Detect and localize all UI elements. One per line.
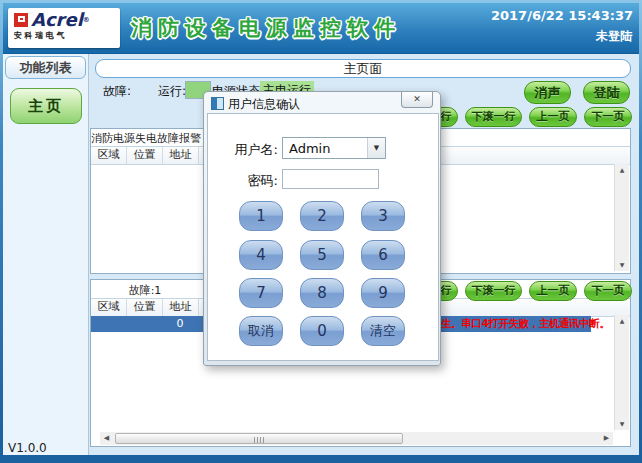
- next-page-button-bottom[interactable]: 下一页: [584, 281, 632, 301]
- key-9[interactable]: 9: [361, 278, 405, 308]
- mute-button[interactable]: 消声: [524, 81, 571, 104]
- scroll-left-arrow-icon[interactable]: ◀: [100, 432, 113, 445]
- app-title: 消防设备电源监控软件: [131, 14, 401, 42]
- key-7[interactable]: 7: [239, 278, 283, 308]
- login-dialog: 用户信息确认 ✕ 用户名: Admin ▼ 密码: 1 2 3 4 5 6 7 …: [203, 91, 441, 366]
- login-status-label: 未登陆: [596, 28, 632, 45]
- close-icon[interactable]: ✕: [401, 92, 433, 108]
- table1-title: 消防电源失电故障报警: [91, 131, 199, 146]
- clear-button[interactable]: 清空: [361, 316, 405, 346]
- fault-count-title: 故障:1: [91, 283, 199, 298]
- horizontal-scroll-thumb[interactable]: [115, 433, 403, 444]
- table2-vertical-scrollbar[interactable]: ▲ ▼: [614, 315, 629, 430]
- table1-col-area: 区域: [91, 147, 127, 164]
- key-4[interactable]: 4: [239, 240, 283, 270]
- app-window: Acrel® 安科瑞电气 消防设备电源监控软件 2017/6/22 15:43:…: [0, 0, 642, 463]
- app-frame: Acrel® 安科瑞电气 消防设备电源监控软件 2017/6/22 15:43:…: [3, 3, 639, 455]
- table1-col-address: 地址: [163, 147, 199, 164]
- key-0[interactable]: 0: [300, 316, 344, 346]
- app-header: Acrel® 安科瑞电气 消防设备电源监控软件 2017/6/22 15:43:…: [3, 3, 639, 54]
- table1-vertical-scrollbar[interactable]: ▲ ▼: [614, 164, 629, 271]
- dialog-title: 用户信息确认: [228, 96, 300, 113]
- scroll-right-arrow-icon[interactable]: ▶: [600, 432, 613, 445]
- password-label: 密码:: [216, 172, 278, 190]
- prev-page-button-bottom[interactable]: 上一页: [529, 281, 577, 301]
- scroll-up-arrow-icon[interactable]: ▲: [615, 315, 629, 327]
- fault-message: 生。串口4打开失败，主机通讯中断。: [441, 317, 610, 331]
- table2-horizontal-scrollbar[interactable]: ◀ ▶: [100, 432, 613, 445]
- login-open-button[interactable]: 登陆: [583, 81, 630, 104]
- username-label: 用户名:: [216, 141, 278, 159]
- scroll-down-arrow-icon[interactable]: ▼: [615, 418, 629, 430]
- thumb-grip-icon: [254, 437, 264, 443]
- sidebar: 功能列表 主页 V1.0.0: [3, 54, 89, 455]
- scroll-up-arrow-icon[interactable]: ▲: [615, 164, 629, 176]
- scroll-down-row-button-top[interactable]: 下滚一行: [465, 107, 522, 127]
- chevron-down-icon[interactable]: ▼: [367, 138, 385, 158]
- password-input[interactable]: [282, 169, 379, 189]
- dialog-titlebar[interactable]: 用户信息确认 ✕: [204, 92, 440, 113]
- logo-brand: Acrel®: [31, 11, 90, 29]
- fault-address-cell: 0: [162, 317, 198, 330]
- registered-mark: ®: [83, 16, 90, 24]
- key-6[interactable]: 6: [361, 240, 405, 270]
- datetime-label: 2017/6/22 15:43:37: [491, 8, 633, 23]
- key-1[interactable]: 1: [239, 201, 283, 231]
- version-label: V1.0.0: [8, 441, 47, 455]
- scroll-down-arrow-icon[interactable]: ▼: [615, 259, 629, 271]
- logo-subtext: 安科瑞电气: [14, 30, 120, 41]
- key-3[interactable]: 3: [361, 201, 405, 231]
- next-page-button-top[interactable]: 下一页: [584, 107, 632, 127]
- username-value: Admin: [289, 141, 330, 156]
- key-5[interactable]: 5: [300, 240, 344, 270]
- acrel-logo-icon: [14, 13, 28, 27]
- cancel-button[interactable]: 取消: [239, 316, 283, 346]
- function-list-tab[interactable]: 功能列表: [5, 56, 86, 79]
- dialog-body: 用户名: Admin ▼ 密码: 1 2 3 4 5 6 7 8 9 取消 0 …: [207, 113, 439, 361]
- page-title: 主页面: [95, 59, 631, 78]
- table2-col-address: 地址: [163, 299, 199, 316]
- username-select[interactable]: Admin ▼: [282, 137, 386, 159]
- table2-col-area: 区域: [91, 299, 127, 316]
- home-button[interactable]: 主页: [10, 88, 82, 124]
- fault-label: 故障:: [103, 83, 131, 100]
- table1-col-position: 位置: [127, 147, 163, 164]
- acrel-logo: Acrel® 安科瑞电气: [8, 8, 120, 48]
- table2-col-position: 位置: [127, 299, 163, 316]
- prev-page-button-top[interactable]: 上一页: [529, 107, 577, 127]
- dialog-window-icon: [211, 97, 224, 110]
- run-label: 运行:: [158, 83, 186, 100]
- key-8[interactable]: 8: [300, 278, 344, 308]
- key-2[interactable]: 2: [300, 201, 344, 231]
- scroll-down-row-button-bottom[interactable]: 下滚一行: [465, 281, 522, 301]
